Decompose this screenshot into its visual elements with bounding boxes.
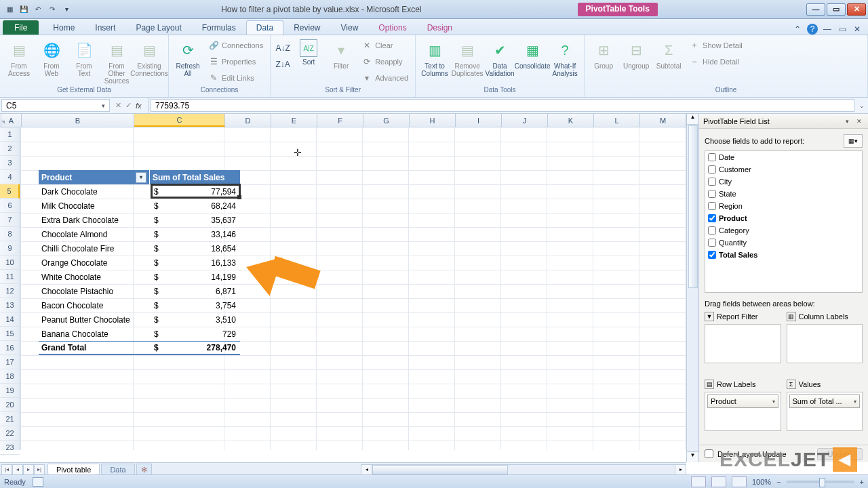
field-list[interactable]: DateCustomerCityStateRegionProductCatego… <box>705 150 863 293</box>
subtotal-button[interactable]: ΣSubtotal <box>654 37 684 70</box>
field-product[interactable]: Product <box>705 212 862 224</box>
column-header-K[interactable]: K <box>548 114 594 127</box>
tab-page-layout[interactable]: Page Layout <box>125 20 191 35</box>
tab-formulas[interactable]: Formulas <box>192 20 246 35</box>
row-header-11[interactable]: 11 <box>0 270 20 284</box>
macro-record-icon[interactable] <box>33 477 43 487</box>
hscroll-left-icon[interactable]: ◂ <box>361 465 372 474</box>
field-checkbox[interactable] <box>708 239 716 247</box>
show-detail-button[interactable]: +Show Detail <box>686 38 745 53</box>
sheet-prev-icon[interactable]: ◂ <box>12 464 23 475</box>
pivot-row[interactable]: Extra Dark Chocolate$35,637 <box>39 213 240 227</box>
edit-links-button[interactable]: ✎Edit Links <box>205 70 266 85</box>
column-header-L[interactable]: L <box>594 114 640 127</box>
hscroll-thumb[interactable] <box>372 465 508 474</box>
tab-file[interactable]: File <box>3 20 39 35</box>
area-box-columns[interactable] <box>787 324 863 363</box>
zoom-slider[interactable] <box>787 481 854 483</box>
column-header-G[interactable]: G <box>363 114 410 127</box>
close-button[interactable]: ✕ <box>847 3 866 16</box>
doc-close-icon[interactable]: ✕ <box>852 24 863 35</box>
sheet-next-icon[interactable]: ▸ <box>23 464 34 475</box>
column-header-H[interactable]: H <box>410 114 456 127</box>
horizontal-scrollbar[interactable]: ◂ ▸ <box>361 464 686 475</box>
enter-formula-icon[interactable]: ✓ <box>125 101 132 110</box>
row-header-14[interactable]: 14 <box>0 312 20 327</box>
data-validation-button[interactable]: ✔Data Validation <box>485 37 515 77</box>
filter-button[interactable]: ▾Filter <box>326 37 356 70</box>
column-header-M[interactable]: M <box>640 114 686 127</box>
area-box-filter[interactable] <box>705 324 781 363</box>
tab-view[interactable]: View <box>331 20 369 35</box>
pivot-header-product[interactable]: Product▾ <box>39 170 150 184</box>
field-category[interactable]: Category <box>705 224 862 237</box>
existing-connections-button[interactable]: ▤Existing Connections <box>134 37 164 77</box>
sheet-tab-data[interactable]: Data <box>101 464 134 475</box>
row-header-6[interactable]: 6 <box>0 199 20 213</box>
pivot-grand-total[interactable]: Grand Total$278,470 <box>39 341 240 355</box>
scroll-thumb[interactable] <box>688 125 698 288</box>
scroll-up-icon[interactable]: ▲ <box>687 114 698 125</box>
field-checkbox[interactable] <box>708 226 716 235</box>
pivot-cell-value[interactable]: 729 <box>161 327 240 341</box>
row-header-15[interactable]: 15 <box>0 327 20 341</box>
page-layout-view-button[interactable] <box>711 476 726 487</box>
row-header-4[interactable]: 4 <box>0 170 20 184</box>
field-quantity[interactable]: Quantity <box>705 237 862 249</box>
field-checkbox[interactable] <box>708 153 716 161</box>
scroll-down-icon[interactable]: ▼ <box>687 451 698 462</box>
formula-input[interactable]: 77593.75 <box>151 99 854 112</box>
area-box-rows[interactable]: Product▾ <box>705 392 781 431</box>
value-field-sum[interactable]: Sum of Total ...▾ <box>789 394 861 408</box>
pivot-cell-value[interactable]: 68,244 <box>161 199 240 213</box>
properties-button[interactable]: ☰Properties <box>205 54 266 69</box>
row-header-20[interactable]: 20 <box>0 398 20 412</box>
pivot-row[interactable]: Milk Chocolate$68,244 <box>39 199 240 213</box>
reapply-button[interactable]: ⟳Reapply <box>359 54 411 69</box>
sheet-first-icon[interactable]: |◂ <box>1 464 12 475</box>
pivot-cell-value[interactable]: 18,654 <box>161 241 240 256</box>
clear-button[interactable]: ✕Clear <box>359 38 411 53</box>
column-header-D[interactable]: D <box>225 114 271 127</box>
cancel-formula-icon[interactable]: ✕ <box>115 101 121 110</box>
connections-button[interactable]: 🔗Connections <box>205 38 266 53</box>
pivot-cell-label[interactable]: Dark Chocolate <box>39 184 150 199</box>
column-header-J[interactable]: J <box>502 114 548 127</box>
row-header-12[interactable]: 12 <box>0 284 20 298</box>
pivot-cell-label[interactable]: White Chocolate <box>39 270 150 284</box>
row-header-7[interactable]: 7 <box>0 213 20 227</box>
name-box[interactable]: C5▾ <box>1 99 110 112</box>
from-web-button[interactable]: 🌐From Web <box>37 37 66 77</box>
advanced-button[interactable]: ▾Advanced <box>359 70 411 85</box>
row-header-19[interactable]: 19 <box>0 384 20 398</box>
zoom-in-button[interactable]: + <box>860 478 864 486</box>
minimize-button[interactable]: — <box>806 3 825 16</box>
pivot-cell-label[interactable]: Chocolate Pistachio <box>39 284 150 298</box>
field-customer[interactable]: Customer <box>705 163 862 176</box>
doc-restore-icon[interactable]: ▭ <box>837 24 848 35</box>
undo-icon[interactable]: ↶ <box>31 3 45 16</box>
excel-icon[interactable]: ▦ <box>3 3 16 16</box>
column-header-E[interactable]: E <box>271 114 317 127</box>
defer-layout-checkbox[interactable] <box>705 449 713 458</box>
tab-data[interactable]: Data <box>246 20 283 35</box>
field-checkbox[interactable] <box>708 202 716 210</box>
what-if-analysis-button[interactable]: ?What-If Analysis <box>550 37 580 77</box>
zoom-percent[interactable]: 100% <box>752 478 771 486</box>
field-region[interactable]: Region <box>705 200 862 212</box>
field-city[interactable]: City <box>705 176 862 188</box>
qa-customize-icon[interactable]: ▾ <box>60 3 73 16</box>
hscroll-right-icon[interactable]: ▸ <box>675 465 686 474</box>
pivot-cell-value[interactable]: 35,637 <box>161 213 240 227</box>
tab-options[interactable]: Options <box>368 20 416 35</box>
row-header-3[interactable]: 3 <box>0 156 20 170</box>
row-header-10[interactable]: 10 <box>0 256 20 270</box>
field-date[interactable]: Date <box>705 151 862 163</box>
column-header-B[interactable]: B <box>22 114 134 127</box>
ungroup-button[interactable]: ⊟Ungroup <box>621 37 651 70</box>
minimize-ribbon-icon[interactable]: ⌃ <box>792 24 803 35</box>
pivot-cell-label[interactable]: Peanut Butter Chocolate <box>39 312 150 327</box>
pivot-cell-label[interactable]: Banana Chocolate <box>39 327 150 341</box>
refresh-all-button[interactable]: ⟳Refresh All <box>173 37 203 77</box>
row-header-16[interactable]: 16 <box>0 341 20 355</box>
